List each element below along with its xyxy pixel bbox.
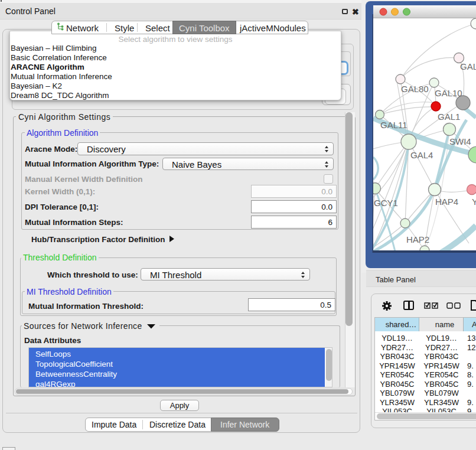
svg-text:GAL1: GAL1 <box>438 112 460 122</box>
svg-text:HAP2: HAP2 <box>406 234 429 244</box>
svg-text:YPL: YPL <box>472 197 476 207</box>
svg-text:GAL2: GAL2 <box>460 61 476 71</box>
svg-text:HAP4: HAP4 <box>435 197 458 207</box>
svg-text:GCY1: GCY1 <box>374 198 398 208</box>
svg-text:GAL4: GAL4 <box>410 150 433 160</box>
svg-text:GAL11: GAL11 <box>380 120 407 130</box>
svg-text:GAL80: GAL80 <box>401 84 429 94</box>
svg-text:GAL10: GAL10 <box>435 88 462 98</box>
svg-text:SWI4: SWI4 <box>449 136 471 146</box>
